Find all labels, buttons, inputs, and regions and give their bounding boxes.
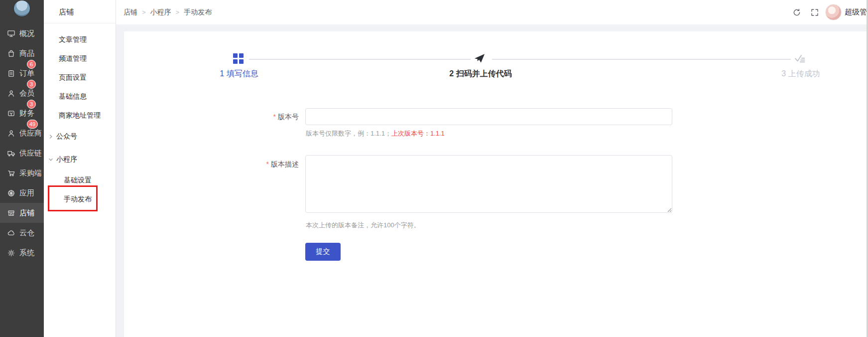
sidebar-item-label: 供应商 <box>19 129 42 138</box>
supply-chain-icon <box>7 149 15 158</box>
breadcrumb: 店铺 > 小程序 > 手动发布 <box>124 0 212 24</box>
orders-badge: 6 <box>27 60 36 69</box>
submenu-item-basic-settings[interactable]: 基础设置 <box>44 171 116 190</box>
submenu-item-basic-info[interactable]: 基础信息 <box>44 87 116 106</box>
sidebar-item-supply-chain[interactable]: 供应链 <box>0 143 44 163</box>
system-icon <box>7 249 15 257</box>
finance-badge: 3 <box>27 100 36 109</box>
sidebar-item-shop[interactable]: 店铺 <box>0 203 44 223</box>
step2-label: 2 扫码并上传代码 <box>421 69 540 79</box>
sidebar-item-label: 会员 <box>19 89 34 98</box>
sidebar-item-members[interactable]: 会员 3 <box>0 83 44 103</box>
workspace-avatar[interactable] <box>13 0 30 17</box>
content-card: 1 填写信息 2 扫码并上传代码 3 上传成功 *版本号 版本号仅限数字，例：1… <box>124 31 868 337</box>
sidebar-item-label: 应用 <box>19 188 34 198</box>
primary-nav: 概况 商品 订单 6 会员 3 财务 3 <box>0 23 44 263</box>
procurement-icon <box>7 169 15 177</box>
goods-icon <box>7 49 15 58</box>
sidebar-item-label: 商品 <box>19 49 34 58</box>
last-version-hint: 上次版本号：1.1.1 <box>391 130 445 137</box>
top-bar: 店铺 > 小程序 > 手动发布 超级管 <box>116 0 868 24</box>
sidebar-item-system[interactable]: 系统 <box>0 243 44 263</box>
secondary-menu-list: 文章管理 频道管理 页面设置 基础信息 商家地址管理 公众号 小程序 基础设置 … <box>44 23 116 209</box>
step3-checklist-icon <box>794 53 806 65</box>
supplier-badge: 49 <box>27 120 38 129</box>
top-actions: 超级管 <box>792 0 867 24</box>
sidebar-item-overview[interactable]: 概况 <box>0 23 44 43</box>
secondary-menu-title: 店铺 <box>44 0 116 23</box>
version-input[interactable] <box>305 108 672 125</box>
user-avatar[interactable] <box>825 4 842 20</box>
sidebar-item-label: 云仓 <box>19 228 34 238</box>
sidebar-item-goods[interactable]: 商品 <box>0 43 44 63</box>
orders-icon <box>7 69 15 78</box>
step1-grid-icon <box>233 53 244 64</box>
breadcrumb-separator: > <box>176 8 180 16</box>
breadcrumb-separator: > <box>142 8 146 16</box>
sidebar-item-label: 供应链 <box>19 149 42 158</box>
sidebar-item-label: 系统 <box>19 248 34 258</box>
sidebar-item-label: 概况 <box>19 29 34 38</box>
breadcrumb-item-mini-program[interactable]: 小程序 <box>150 8 171 17</box>
fullscreen-icon[interactable] <box>810 8 819 17</box>
chevron-down-icon <box>48 157 53 162</box>
breadcrumb-item-shop[interactable]: 店铺 <box>124 8 137 17</box>
step1-label: 1 填写信息 <box>179 69 299 79</box>
shop-icon <box>7 209 15 217</box>
apps-icon <box>7 189 15 197</box>
submenu-item-page-settings[interactable]: 页面设置 <box>44 68 116 87</box>
sidebar-item-label: 店铺 <box>19 208 34 218</box>
sidebar-item-supplier[interactable]: 供应商 49 <box>0 123 44 143</box>
sidebar-item-apps[interactable]: 应用 <box>0 183 44 203</box>
submit-button[interactable]: 提交 <box>305 243 341 261</box>
cloud-warehouse-icon <box>7 229 15 237</box>
refresh-icon[interactable] <box>792 8 801 17</box>
chevron-right-icon <box>48 134 53 139</box>
primary-sidebar: 概况 商品 订单 6 会员 3 财务 3 <box>0 0 44 337</box>
sidebar-item-orders[interactable]: 订单 6 <box>0 63 44 83</box>
required-asterisk: * <box>273 113 276 121</box>
app-window: 概况 商品 订单 6 会员 3 财务 3 <box>0 0 868 337</box>
version-hint: 版本号仅限数字，例：1.1.1；上次版本号：1.1.1 <box>306 129 445 138</box>
submenu-group-mini-program[interactable]: 小程序 <box>44 148 116 171</box>
members-badge: 3 <box>27 80 36 89</box>
sidebar-item-label: 财务 <box>19 109 34 118</box>
overview-icon <box>7 29 15 38</box>
description-textarea[interactable] <box>305 155 672 213</box>
step2-paper-plane-icon <box>474 52 486 64</box>
breadcrumb-item-manual-release: 手动发布 <box>184 8 212 17</box>
main-content: 1 填写信息 2 扫码并上传代码 3 上传成功 *版本号 版本号仅限数字，例：1… <box>116 24 868 337</box>
secondary-menu: 店铺 文章管理 频道管理 页面设置 基础信息 商家地址管理 公众号 小程序 基础… <box>44 0 116 337</box>
sidebar-item-cloud-warehouse[interactable]: 云仓 <box>0 223 44 243</box>
sidebar-item-label: 采购端 <box>19 168 42 178</box>
version-label: *版本号 <box>224 108 299 125</box>
supplier-icon <box>7 129 15 138</box>
finance-icon <box>7 109 15 118</box>
step3-label: 3 上传成功 <box>741 69 861 79</box>
sidebar-item-label: 订单 <box>19 69 34 78</box>
required-asterisk: * <box>266 160 269 168</box>
step-connector <box>492 59 791 60</box>
submenu-item-manual-release[interactable]: 手动发布 <box>44 190 116 209</box>
submenu-item-merchant-address[interactable]: 商家地址管理 <box>44 106 116 125</box>
submenu-item-article-management[interactable]: 文章管理 <box>44 30 116 49</box>
step-connector <box>249 59 471 60</box>
sidebar-item-finance[interactable]: 财务 3 <box>0 103 44 123</box>
sidebar-item-procurement[interactable]: 采购端 <box>0 163 44 183</box>
submenu-group-official-account[interactable]: 公众号 <box>44 125 116 148</box>
members-icon <box>7 89 15 98</box>
description-hint: 本次上传的版本备注，允许100个字符。 <box>306 221 420 230</box>
description-label: *版本描述 <box>224 158 299 170</box>
user-name[interactable]: 超级管 <box>845 7 867 17</box>
submenu-item-channel-management[interactable]: 频道管理 <box>44 49 116 68</box>
